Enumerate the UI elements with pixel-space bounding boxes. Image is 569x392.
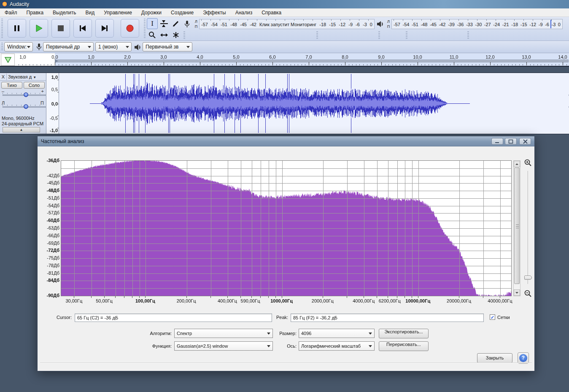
minimize-button[interactable] — [491, 138, 503, 145]
meter-tick: -3 — [363, 22, 367, 27]
dialog-separator — [40, 362, 532, 363]
zoom-slider-thumb[interactable] — [524, 276, 532, 280]
audio-track[interactable]: X Звуковая д ▼ Тихо Соло –+ ЛП Mono, 960… — [0, 73, 569, 134]
pencil-icon — [173, 20, 179, 27]
selection-tool-button[interactable]: I — [147, 18, 158, 29]
track-pan-thumb[interactable] — [24, 104, 28, 109]
grids-checkbox[interactable]: ✓ — [490, 314, 495, 320]
audio-host-select[interactable]: Window: — [4, 42, 33, 51]
output-device-select[interactable]: Первичный зв — [143, 42, 192, 51]
menu-item-Правка[interactable]: Правка — [22, 8, 49, 17]
zoom-in-vertical-icon[interactable] — [524, 159, 532, 168]
frequency-analysis-dialog: Частотный анализ -36Дб-42Дб-45Дб-48Дб-51… — [37, 136, 535, 371]
record-meter-mic-button[interactable] — [181, 19, 192, 30]
input-channels-select[interactable]: 1 (моно) — [95, 42, 132, 51]
play-button[interactable] — [30, 19, 48, 38]
scroll-up-arrow[interactable] — [514, 161, 520, 167]
menu-item-Анализ[interactable]: Анализ — [231, 8, 257, 17]
x-axis-tick — [115, 296, 116, 298]
track-pan-slider[interactable]: ЛП — [3, 102, 43, 110]
algorithm-select[interactable]: Спектр — [174, 329, 273, 338]
toolbar-grip[interactable] — [1, 19, 3, 39]
timeshift-tool-button[interactable] — [159, 30, 170, 41]
multi-tool-button[interactable] — [170, 30, 181, 41]
scroll-down-arrow[interactable] — [514, 289, 520, 296]
record-meter-scale: -57-54-51-48-45-42Клик запустит Монитори… — [201, 21, 372, 28]
skip-start-icon — [79, 25, 86, 32]
waveform-canvas[interactable] — [59, 73, 569, 134]
zoom-tool-button[interactable] — [147, 30, 158, 41]
size-select[interactable]: 4096 — [299, 329, 375, 338]
x-axis-tick — [104, 296, 105, 298]
function-select[interactable]: Gaussian(a=2.5) window — [174, 341, 273, 351]
plot-vertical-scrollbar[interactable] — [513, 160, 520, 296]
playspeed-grip[interactable] — [467, 31, 469, 39]
maximize-button[interactable] — [505, 138, 517, 145]
chevron-down-icon — [369, 345, 372, 347]
menu-item-Эффекты[interactable]: Эффекты — [198, 8, 231, 17]
device-grip[interactable] — [1, 43, 3, 51]
menu-item-Файл[interactable]: Файл — [0, 8, 22, 17]
meter-tick: 0 — [558, 22, 561, 27]
pause-button[interactable] — [8, 19, 26, 38]
play-meter-speaker-button[interactable] — [375, 19, 386, 30]
meter-tick: -39 — [448, 22, 455, 27]
timeline-canvas[interactable] — [15, 53, 569, 66]
timeline-ruler[interactable] — [0, 53, 569, 67]
record-meter[interactable]: -57-54-51-48-45-42Клик запустит Монитори… — [199, 19, 375, 29]
export-button[interactable]: Экспортировать... — [379, 329, 429, 338]
track-gain-thumb[interactable] — [24, 92, 28, 97]
menu-item-Дорожки[interactable]: Дорожки — [137, 8, 166, 17]
edit-grip[interactable] — [316, 31, 318, 39]
input-device-select[interactable]: Первичный др — [43, 42, 94, 51]
y-tick-label: -75Дб — [38, 255, 59, 260]
track-control-panel: X Звуковая д ▼ Тихо Соло –+ ЛП Mono, 960… — [0, 73, 46, 134]
meter-tick: -57 — [201, 22, 208, 27]
draw-tool-button[interactable] — [170, 18, 181, 29]
track-mute-button[interactable]: Тихо — [1, 82, 22, 89]
menu-item-Справка[interactable]: Справка — [257, 8, 286, 17]
zoom-grip[interactable] — [406, 31, 407, 39]
menu-item-Управление[interactable]: Управление — [99, 8, 137, 17]
meter-tick: -15 — [329, 22, 336, 27]
x-axis-tick — [282, 296, 282, 298]
track-collapse-button[interactable]: ▲ — [3, 127, 40, 132]
play-meter[interactable]: -57-54-51-48-45-42-39-36-33-30-27-24-21-… — [391, 19, 563, 29]
zoom-out-vertical-icon[interactable] — [524, 290, 532, 298]
pause-icon — [13, 24, 21, 32]
close-dialog-button[interactable]: Закрыть — [477, 353, 512, 363]
track-name-menu[interactable]: Звуковая д ▼ — [7, 74, 46, 79]
help-button[interactable]: ? — [518, 352, 529, 364]
mixer-grip[interactable] — [183, 31, 185, 39]
skip-to-end-button[interactable] — [95, 19, 114, 38]
pinned-playhead-button[interactable] — [1, 54, 15, 66]
replot-button[interactable]: Перерисовать... — [379, 341, 429, 351]
record-meter-channels: ЛП — [194, 19, 199, 29]
skip-to-start-button[interactable] — [73, 19, 92, 38]
track-gain-slider[interactable]: –+ — [3, 90, 43, 98]
undo-grip[interactable] — [378, 31, 380, 39]
y-tick-label: -57Дб — [38, 210, 59, 215]
meter-tick: -54 — [402, 22, 409, 27]
scrollbar-thumb[interactable] — [514, 168, 520, 284]
track-solo-button[interactable]: Соло — [24, 82, 45, 89]
record-button[interactable] — [121, 19, 139, 38]
cursor-label: Cursor: — [57, 315, 72, 320]
y-tick-label: -69Дб — [38, 241, 59, 246]
menu-item-Вид[interactable]: Вид — [81, 8, 99, 17]
input-device-icon — [36, 43, 41, 51]
close-button[interactable] — [519, 138, 531, 145]
menu-item-Выделить[interactable]: Выделить — [48, 8, 81, 17]
tools-grip[interactable] — [144, 19, 146, 39]
menu-item-Создание[interactable]: Создание — [166, 8, 198, 17]
axis-select[interactable]: Логарифмический масштаб — [299, 341, 375, 351]
track-vertical-ruler[interactable] — [46, 73, 59, 134]
stop-button[interactable] — [51, 19, 70, 38]
play-icon — [35, 24, 43, 32]
peak-label: Peak: — [276, 315, 288, 320]
zoom-slider-track[interactable] — [528, 171, 529, 284]
spectrum-plot[interactable] — [61, 160, 512, 296]
envelope-tool-button[interactable] — [159, 18, 170, 29]
dialog-title-bar[interactable]: Частотный анализ — [38, 136, 534, 146]
track-close-button[interactable]: X — [0, 73, 7, 80]
